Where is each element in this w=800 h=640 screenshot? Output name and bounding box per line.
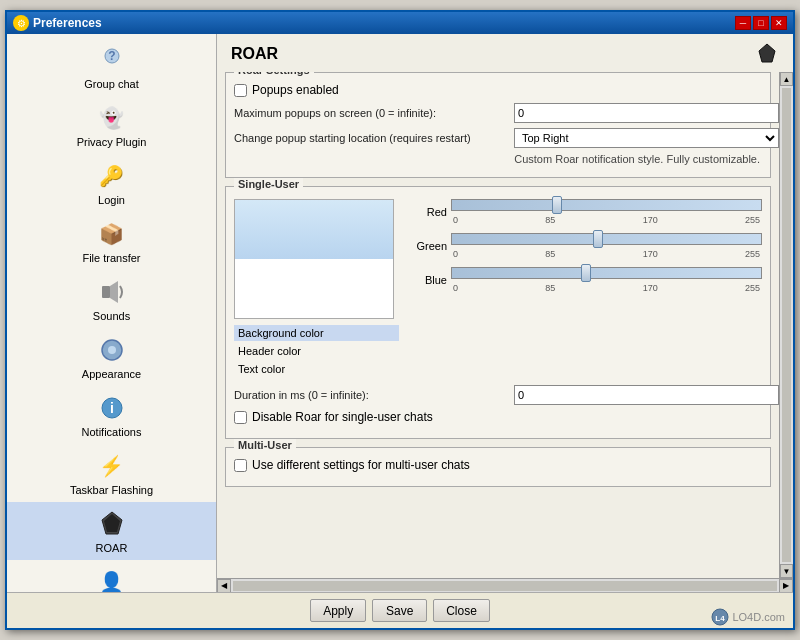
roar-settings-group: Roar Settings Popups enabled Maximum pop…	[225, 72, 771, 178]
close-button[interactable]: ✕	[771, 16, 787, 30]
single-user-group: Single-User Background color Header colo…	[225, 186, 771, 439]
svg-text:?: ?	[108, 49, 115, 63]
roar-info-text: Custom Roar notification style. Fully cu…	[234, 153, 762, 165]
background-color-label[interactable]: Background color	[234, 325, 399, 341]
title-bar-left: ⚙ Preferences	[13, 15, 102, 31]
green-ticks: 0 85 170 255	[451, 249, 762, 259]
scroll-thumb[interactable]	[782, 88, 791, 562]
text-color-label[interactable]: Text color	[234, 361, 399, 377]
green-tick-85: 85	[545, 249, 555, 259]
panel-title-bar: ROAR	[217, 34, 793, 72]
sidebar-label-group-chat: Group chat	[84, 78, 138, 90]
red-slider-group: Red 0 85 170 255	[407, 199, 762, 225]
lo4d-logo: L4	[711, 608, 729, 626]
red-slider[interactable]	[451, 199, 762, 211]
sidebar-label-roar: ROAR	[96, 542, 128, 554]
disable-roar-checkbox[interactable]	[234, 411, 247, 424]
svg-point-5	[108, 346, 116, 354]
red-ticks: 0 85 170 255	[451, 215, 762, 225]
close-button-footer[interactable]: Close	[433, 599, 490, 622]
multi-user-group-title: Multi-User	[234, 439, 296, 451]
blue-tick-255: 255	[745, 283, 760, 293]
sidebar-item-appearance[interactable]: Appearance	[7, 328, 216, 386]
popups-enabled-checkbox[interactable]	[234, 84, 247, 97]
sidebar-label-appearance: Appearance	[82, 368, 141, 380]
roar-settings-group-title: Roar Settings	[234, 72, 314, 76]
blue-slider-container: 0 85 170 255	[451, 267, 762, 293]
popup-location-select[interactable]: Top Right Top Left Bottom Right Bottom L…	[514, 128, 779, 148]
red-label: Red	[407, 206, 447, 218]
blue-tick-0: 0	[453, 283, 458, 293]
sidebar-label-taskbar-flashing: Taskbar Flashing	[70, 484, 153, 496]
red-slider-container: 0 85 170 255	[451, 199, 762, 225]
preferences-window: ⚙ Preferences ─ □ ✕ ? Group chat	[5, 10, 795, 630]
sidebar-label-file-transfer: File transfer	[82, 252, 140, 264]
green-tick-0: 0	[453, 249, 458, 259]
appearance-icon	[96, 334, 128, 366]
login-icon: 🔑	[96, 160, 128, 192]
blue-ticks: 0 85 170 255	[451, 283, 762, 293]
color-preview-box	[234, 199, 394, 319]
panel-title-text: ROAR	[231, 45, 278, 63]
apply-button[interactable]: Apply	[310, 599, 366, 622]
popups-enabled-label: Popups enabled	[252, 83, 339, 97]
sidebar-item-roar[interactable]: ROAR	[7, 502, 216, 560]
multi-user-group: Multi-User Use different settings for mu…	[225, 447, 771, 487]
sidebar-item-notifications[interactable]: i Notifications	[7, 386, 216, 444]
diff-settings-checkbox[interactable]	[234, 459, 247, 472]
green-tick-255: 255	[745, 249, 760, 259]
scroll-down-button[interactable]: ▼	[780, 564, 793, 578]
disable-roar-label: Disable Roar for single-user chats	[252, 410, 433, 424]
minimize-button[interactable]: ─	[735, 16, 751, 30]
sidebar-item-taskbar-flashing[interactable]: ⚡ Taskbar Flashing	[7, 444, 216, 502]
footer-bar: Apply Save Close L4 LO4D.com	[7, 592, 793, 628]
main-panel: ROAR Roar Settings	[217, 34, 793, 592]
privacy-plugin-icon: 👻	[96, 102, 128, 134]
sidebar-label-privacy-plugin: Privacy Plugin	[77, 136, 147, 148]
horizontal-scrollbar[interactable]: ◀ ▶	[217, 578, 793, 592]
scroll-h-thumb[interactable]	[233, 581, 777, 591]
svg-marker-3	[110, 281, 118, 303]
max-popups-input[interactable]	[514, 103, 779, 123]
blue-slider-group: Blue 0 85 170 255	[407, 267, 762, 293]
scroll-right-button[interactable]: ▶	[779, 579, 793, 593]
blue-tick-170: 170	[643, 283, 658, 293]
lo4d-watermark: L4 LO4D.com	[711, 608, 785, 626]
title-bar-controls: ─ □ ✕	[735, 16, 787, 30]
sidebar-item-privacy-plugin[interactable]: 👻 Privacy Plugin	[7, 96, 216, 154]
red-tick-255: 255	[745, 215, 760, 225]
green-slider-container: 0 85 170 255	[451, 233, 762, 259]
transfer-guard-icon: 👤	[96, 566, 128, 592]
scroll-left-button[interactable]: ◀	[217, 579, 231, 593]
panel-scroll-area: Roar Settings Popups enabled Maximum pop…	[217, 72, 779, 578]
green-tick-170: 170	[643, 249, 658, 259]
color-section: Background color Header color Text color	[234, 199, 762, 377]
multi-user-content: Use different settings for multi-user ch…	[234, 458, 762, 472]
scroll-up-button[interactable]: ▲	[780, 72, 793, 86]
green-slider-group: Green 0 85 170 255	[407, 233, 762, 259]
duration-input[interactable]	[514, 385, 779, 405]
save-button[interactable]: Save	[372, 599, 427, 622]
lo4d-text: LO4D.com	[732, 611, 785, 623]
sidebar-item-login[interactable]: 🔑 Login	[7, 154, 216, 212]
sidebar-item-file-transfer[interactable]: 📦 File transfer	[7, 212, 216, 270]
maximize-button[interactable]: □	[753, 16, 769, 30]
roar-settings-content: Popups enabled Maximum popups on screen …	[234, 83, 762, 165]
green-slider[interactable]	[451, 233, 762, 245]
sidebar-label-sounds: Sounds	[93, 310, 130, 322]
file-transfer-icon: 📦	[96, 218, 128, 250]
notifications-icon: i	[96, 392, 128, 424]
single-user-group-title: Single-User	[234, 178, 303, 190]
vertical-scrollbar[interactable]: ▲ ▼	[779, 72, 793, 578]
red-slider-row: Red 0 85 170 255	[407, 199, 762, 225]
sidebar-item-transfer-guard[interactable]: 👤 Transfer Guard	[7, 560, 216, 592]
header-color-label[interactable]: Header color	[234, 343, 399, 359]
color-labels-list: Background color Header color Text color	[234, 325, 399, 377]
single-user-content: Background color Header color Text color	[234, 199, 762, 424]
svg-marker-10	[759, 44, 775, 62]
blue-slider[interactable]	[451, 267, 762, 279]
window-icon: ⚙	[13, 15, 29, 31]
sidebar-item-group-chat[interactable]: ? Group chat	[7, 38, 216, 96]
sidebar-item-sounds[interactable]: Sounds	[7, 270, 216, 328]
title-bar: ⚙ Preferences ─ □ ✕	[7, 12, 793, 34]
